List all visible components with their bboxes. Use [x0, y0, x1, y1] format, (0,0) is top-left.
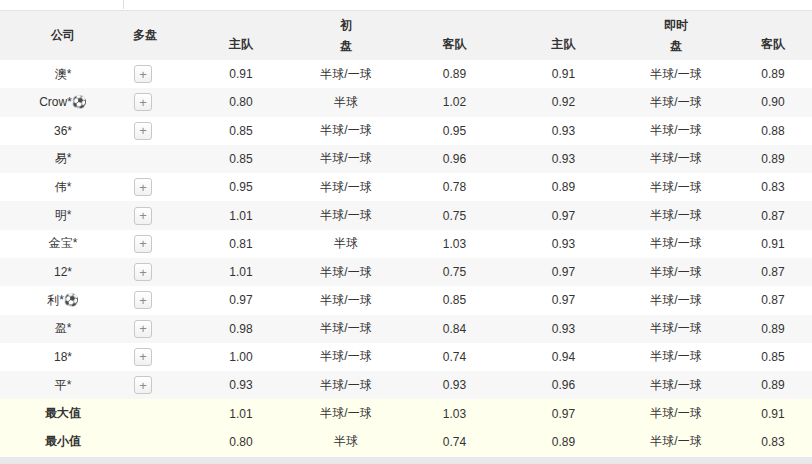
- initial-away-odds: 0.95: [400, 117, 509, 145]
- initial-away-odds: 1.03: [400, 230, 509, 258]
- live-handicap: 半球/一球: [618, 173, 734, 201]
- company-name: 明*: [0, 201, 126, 229]
- live-home-odds: 0.97: [509, 286, 618, 314]
- expand-plus-icon[interactable]: +: [134, 122, 152, 140]
- company-name: 36*: [0, 117, 126, 145]
- live-home-odds: 0.89: [509, 173, 618, 201]
- expand-plus-icon[interactable]: +: [134, 263, 152, 281]
- company-name: 最小值: [0, 428, 126, 456]
- live-handicap: 半球/一球: [618, 117, 734, 145]
- multi-odds-cell: +: [126, 286, 190, 314]
- live-home-odds: 0.89: [509, 428, 618, 456]
- live-home-odds: 0.97: [509, 201, 618, 229]
- initial-home-odds: 0.93: [190, 371, 292, 399]
- expand-plus-icon[interactable]: +: [134, 178, 152, 196]
- initial-away-odds: 0.89: [400, 60, 509, 88]
- table-row: 最大值 1.01 半球/一球 1.03 0.97 半球/一球 0.91: [0, 399, 812, 427]
- column-header-live-home: 主队: [509, 11, 618, 60]
- live-home-odds: 0.93: [509, 145, 618, 173]
- table-row: Crow*⚽ + 0.80 半球 1.02 0.92 半球/一球 0.90: [0, 88, 812, 116]
- live-away-odds: 0.89: [734, 315, 812, 343]
- initial-handicap: 半球/一球: [292, 117, 400, 145]
- column-header-company: 公司: [0, 11, 126, 60]
- company-name: 利*⚽: [0, 286, 126, 314]
- initial-home-odds: 1.01: [190, 201, 292, 229]
- expand-plus-icon[interactable]: +: [134, 65, 152, 83]
- company-name: 易*: [0, 145, 126, 173]
- initial-group-label-line2: 盘: [340, 36, 352, 57]
- initial-handicap: 半球/一球: [292, 371, 400, 399]
- initial-handicap: 半球/一球: [292, 286, 400, 314]
- live-away-odds: 0.87: [734, 258, 812, 286]
- initial-away-odds: 0.78: [400, 173, 509, 201]
- live-away-odds: 0.89: [734, 60, 812, 88]
- multi-odds-cell: +: [126, 343, 190, 371]
- column-header-live-away: 客队: [734, 11, 812, 60]
- live-handicap: 半球/一球: [618, 258, 734, 286]
- column-header-initial-handicap: 初 盘: [292, 11, 400, 60]
- initial-home-odds: 1.01: [190, 399, 292, 427]
- initial-away-odds: 0.74: [400, 343, 509, 371]
- initial-handicap: 半球/一球: [292, 315, 400, 343]
- initial-handicap: 半球/一球: [292, 201, 400, 229]
- live-home-odds: 0.97: [509, 399, 618, 427]
- live-home-odds: 0.93: [509, 315, 618, 343]
- live-group-label-line2: 盘: [670, 36, 682, 57]
- company-name: 最大值: [0, 399, 126, 427]
- odds-table-body: 澳* + 0.91 半球/一球 0.89 0.91 半球/一球 0.89 Cro…: [0, 60, 812, 456]
- live-handicap: 半球/一球: [618, 371, 734, 399]
- live-away-odds: 0.89: [734, 145, 812, 173]
- initial-home-odds: 0.85: [190, 145, 292, 173]
- expand-plus-icon[interactable]: +: [134, 348, 152, 366]
- table-row: 金宝* + 0.81 半球 1.03 0.93 半球/一球 0.91: [0, 230, 812, 258]
- initial-away-odds: 0.75: [400, 201, 509, 229]
- live-handicap: 半球/一球: [618, 343, 734, 371]
- initial-home-odds: 0.80: [190, 428, 292, 456]
- multi-odds-cell: +: [126, 88, 190, 116]
- multi-odds-cell: [126, 399, 190, 427]
- live-handicap: 半球/一球: [618, 428, 734, 456]
- company-name: 澳*: [0, 60, 126, 88]
- initial-handicap: 半球: [292, 88, 400, 116]
- live-handicap: 半球/一球: [618, 88, 734, 116]
- multi-odds-cell: +: [126, 201, 190, 229]
- live-home-odds: 0.93: [509, 230, 618, 258]
- live-handicap: 半球/一球: [618, 315, 734, 343]
- initial-home-odds: 1.00: [190, 343, 292, 371]
- initial-handicap: 半球: [292, 428, 400, 456]
- table-row: 最小值 0.80 半球 0.74 0.89 半球/一球 0.83: [0, 428, 812, 456]
- multi-odds-cell: [126, 145, 190, 173]
- live-home-odds: 0.97: [509, 258, 618, 286]
- live-handicap: 半球/一球: [618, 145, 734, 173]
- expand-plus-icon[interactable]: +: [134, 320, 152, 338]
- multi-odds-cell: +: [126, 258, 190, 286]
- live-home-odds: 0.94: [509, 343, 618, 371]
- table-row: 明* + 1.01 半球/一球 0.75 0.97 半球/一球 0.87: [0, 201, 812, 229]
- odds-table-header: 公司 多盘 主队 初 盘 客队 主队 即时 盘 客队: [0, 10, 812, 60]
- initial-home-odds: 0.91: [190, 60, 292, 88]
- expand-plus-icon[interactable]: +: [134, 207, 152, 225]
- initial-home-odds: 0.85: [190, 117, 292, 145]
- expand-plus-icon[interactable]: +: [134, 376, 152, 394]
- table-row: 36* + 0.85 半球/一球 0.95 0.93 半球/一球 0.88: [0, 117, 812, 145]
- table-row: 盈* + 0.98 半球/一球 0.84 0.93 半球/一球 0.89: [0, 315, 812, 343]
- company-name: 12*: [0, 258, 126, 286]
- table-row: 伟* + 0.95 半球/一球 0.78 0.89 半球/一球 0.83: [0, 173, 812, 201]
- initial-handicap: 半球/一球: [292, 145, 400, 173]
- expand-plus-icon[interactable]: +: [134, 93, 152, 111]
- column-header-initial-away: 客队: [400, 11, 509, 60]
- live-group-label-line1: 即时: [664, 15, 688, 36]
- initial-handicap: 半球: [292, 230, 400, 258]
- expand-plus-icon[interactable]: +: [134, 235, 152, 253]
- live-away-odds: 0.89: [734, 371, 812, 399]
- expand-plus-icon[interactable]: +: [134, 291, 152, 309]
- live-away-odds: 0.87: [734, 201, 812, 229]
- initial-away-odds: 0.75: [400, 258, 509, 286]
- initial-away-odds: 0.74: [400, 428, 509, 456]
- live-home-odds: 0.93: [509, 117, 618, 145]
- live-handicap: 半球/一球: [618, 230, 734, 258]
- live-away-odds: 0.91: [734, 399, 812, 427]
- live-away-odds: 0.90: [734, 88, 812, 116]
- live-away-odds: 0.83: [734, 173, 812, 201]
- initial-home-odds: 0.98: [190, 315, 292, 343]
